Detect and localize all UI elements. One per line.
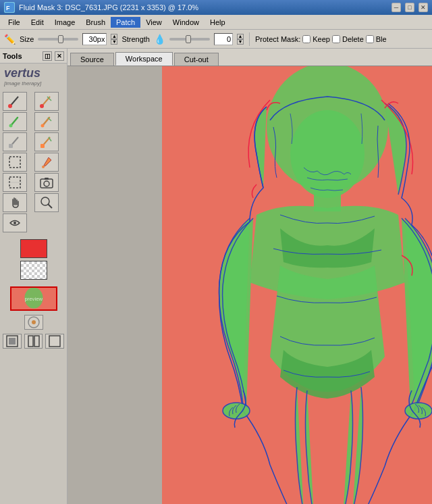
ble-label: Ble bbox=[376, 35, 387, 43]
tool-paint[interactable] bbox=[3, 112, 27, 131]
svg-point-3 bbox=[40, 104, 44, 108]
svg-rect-14 bbox=[45, 178, 49, 180]
tool-zoom[interactable] bbox=[34, 193, 59, 212]
tab-workspace[interactable]: Workspace bbox=[115, 52, 173, 66]
svg-text:F: F bbox=[6, 5, 10, 11]
foreground-color[interactable] bbox=[20, 239, 47, 258]
zoom-actual-button[interactable] bbox=[24, 334, 43, 349]
tool-select[interactable] bbox=[3, 153, 27, 172]
tool-smart-erase[interactable] bbox=[34, 132, 59, 151]
zoom-fit-button[interactable] bbox=[3, 334, 22, 349]
size-input[interactable] bbox=[82, 33, 107, 45]
tool-erase[interactable] bbox=[3, 132, 27, 151]
svg-rect-7 bbox=[40, 144, 45, 148]
tool-brush[interactable] bbox=[3, 92, 27, 111]
tabs: Source Workspace Cut-out bbox=[68, 49, 432, 66]
size-slider[interactable] bbox=[38, 38, 78, 41]
tab-source[interactable]: Source bbox=[70, 53, 114, 66]
brush-icon: ✏️ bbox=[4, 34, 16, 45]
tools-header: Tools ◫ ✕ bbox=[0, 49, 67, 64]
delete-checkbox[interactable] bbox=[332, 35, 340, 43]
menubar: File Edit Image Brush Patch View Window … bbox=[0, 15, 432, 30]
background-color[interactable] bbox=[20, 261, 47, 280]
svg-point-17 bbox=[14, 222, 16, 224]
svg-rect-24 bbox=[9, 338, 16, 345]
svg-point-13 bbox=[44, 181, 49, 186]
svg-point-22 bbox=[32, 320, 36, 324]
svg-point-5 bbox=[40, 124, 44, 128]
figure-svg bbox=[162, 66, 432, 504]
menu-view[interactable]: View bbox=[140, 17, 167, 28]
size-label: Size bbox=[20, 35, 34, 43]
window-title: Fluid Mask 3: DSC_7631.JPG (2231 x 3353)… bbox=[19, 3, 387, 11]
tools-label: Tools bbox=[3, 52, 22, 60]
svg-point-9 bbox=[42, 166, 45, 168]
tools-float-button[interactable]: ◫ bbox=[43, 51, 52, 61]
tab-cutout[interactable]: Cut-out bbox=[174, 53, 219, 66]
menu-image[interactable]: Image bbox=[49, 17, 81, 28]
logo-text: vertus bbox=[4, 66, 63, 80]
menu-brush[interactable]: Brush bbox=[80, 17, 111, 28]
tools-close-button[interactable]: ✕ bbox=[55, 51, 64, 61]
strength-slider[interactable] bbox=[169, 38, 210, 41]
view-buttons-row bbox=[3, 334, 64, 349]
zoom-window-button[interactable] bbox=[45, 334, 64, 349]
tool-marquee[interactable] bbox=[3, 173, 27, 192]
color-area bbox=[0, 235, 67, 284]
strength-spinbutton[interactable]: ▲▼ bbox=[237, 34, 244, 45]
svg-rect-26 bbox=[34, 336, 39, 347]
maximize-button[interactable]: □ bbox=[405, 3, 414, 12]
keep-label: Keep bbox=[313, 35, 330, 43]
menu-help[interactable]: Help bbox=[205, 17, 231, 28]
size-spinbutton[interactable]: ▲▼ bbox=[111, 34, 117, 45]
delete-label: Delete bbox=[342, 35, 364, 43]
svg-rect-8 bbox=[9, 157, 20, 168]
keep-checkbox[interactable] bbox=[302, 35, 310, 43]
tool-camera[interactable] bbox=[34, 173, 59, 192]
content-area: Source Workspace Cut-out bbox=[68, 49, 432, 504]
svg-line-16 bbox=[48, 204, 52, 208]
titlebar: F Fluid Mask 3: DSC_7631.JPG (2231 x 335… bbox=[0, 0, 432, 15]
strength-input[interactable] bbox=[214, 33, 233, 45]
strength-label: Strength bbox=[122, 35, 150, 43]
logo-sub: [image therapy] bbox=[4, 80, 63, 86]
tool-dropper[interactable] bbox=[34, 153, 59, 172]
tool-smart-paint[interactable] bbox=[34, 112, 59, 131]
svg-point-2 bbox=[8, 104, 12, 108]
protect-mask-group: Protect Mask: Keep Delete Ble bbox=[255, 35, 387, 43]
menu-window[interactable]: Window bbox=[167, 17, 205, 28]
svg-rect-27 bbox=[49, 336, 60, 347]
close-button[interactable]: ✕ bbox=[418, 3, 428, 12]
main-area: Tools ◫ ✕ vertus [image therapy] bbox=[0, 49, 432, 504]
canvas-area[interactable] bbox=[68, 66, 432, 504]
tool-grid bbox=[0, 89, 67, 235]
minimize-button[interactable]: ─ bbox=[392, 3, 401, 12]
menu-patch[interactable]: Patch bbox=[111, 17, 140, 28]
protect-mask-label: Protect Mask: bbox=[255, 35, 300, 43]
color-picker-button[interactable] bbox=[24, 315, 43, 330]
vertus-logo: vertus [image therapy] bbox=[0, 64, 67, 89]
menu-file[interactable]: File bbox=[3, 17, 26, 28]
tool-hand[interactable] bbox=[3, 193, 27, 212]
svg-text:preview: preview bbox=[24, 296, 43, 302]
separator bbox=[249, 32, 250, 46]
tool-smart-brush[interactable] bbox=[34, 92, 59, 111]
tools-panel: Tools ◫ ✕ vertus [image therapy] bbox=[0, 49, 68, 504]
ble-checkbox[interactable] bbox=[366, 35, 374, 43]
svg-point-4 bbox=[9, 124, 13, 128]
tool-extra[interactable] bbox=[3, 213, 27, 232]
app-icon: F bbox=[4, 2, 15, 13]
bottom-tools bbox=[0, 331, 67, 351]
svg-rect-25 bbox=[28, 336, 33, 347]
image-thumbnail[interactable]: preview bbox=[10, 286, 57, 311]
toolbar: ✏️ Size ▲▼ Strength 💧 ▲▼ Protect Mask: K… bbox=[0, 30, 432, 49]
menu-edit[interactable]: Edit bbox=[26, 17, 49, 28]
svg-rect-6 bbox=[9, 144, 13, 148]
droplet-icon: 💧 bbox=[154, 34, 165, 45]
